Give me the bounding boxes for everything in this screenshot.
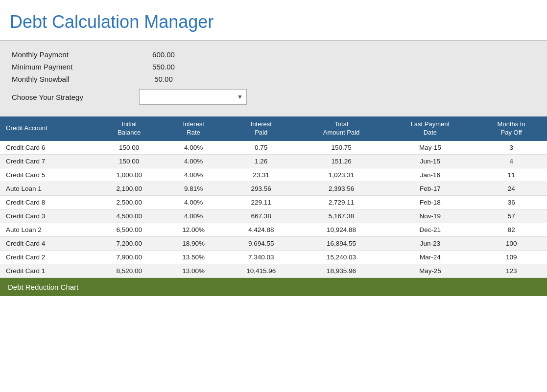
table-row: Credit Card 7150.004.00%1.26151.26Jun-15… — [0, 154, 547, 168]
cell-interest-paid: 0.75 — [224, 141, 298, 155]
cell-total-amount-paid: 10,924.88 — [298, 223, 385, 236]
cell-months-to-pay-off: 24 — [476, 182, 547, 195]
cell-interest-paid: 9,694.55 — [224, 236, 298, 250]
page-title: Debt Calculation Manager — [0, 0, 547, 40]
cell-interest-rate: 13.00% — [163, 264, 224, 277]
table-row: Auto Loan 12,100.009.81%293.562,393.56Fe… — [0, 182, 547, 195]
cell-months-to-pay-off: 4 — [476, 154, 547, 168]
cell-interest-rate: 4.00% — [163, 168, 224, 182]
cell-interest-rate: 18.90% — [163, 236, 224, 250]
cell-total-amount-paid: 151.26 — [298, 154, 385, 168]
cell-initial-balance: 8,520.00 — [95, 264, 163, 277]
cell-months-to-pay-off: 3 — [476, 141, 547, 155]
cell-account: Credit Card 3 — [0, 209, 95, 223]
minimum-payment-value: 550.00 — [139, 63, 188, 71]
monthly-payment-row: Monthly Payment 600.00 — [12, 48, 535, 61]
debt-table: Credit Account Initial Balance Interest … — [0, 116, 547, 278]
table-section: Credit Account Initial Balance Interest … — [0, 116, 547, 278]
monthly-snowball-value: 50.00 — [139, 75, 188, 83]
cell-last-payment-date: Jan-16 — [384, 168, 476, 182]
cell-interest-paid: 667.38 — [224, 209, 298, 223]
col-interest-paid: Interest Paid — [224, 116, 298, 141]
table-row: Credit Card 6150.004.00%0.75150.75May-15… — [0, 141, 547, 155]
cell-months-to-pay-off: 57 — [476, 209, 547, 223]
table-header-row: Credit Account Initial Balance Interest … — [0, 116, 547, 141]
cell-account: Auto Loan 1 — [0, 182, 95, 195]
cell-interest-rate: 4.00% — [163, 154, 224, 168]
strategy-select-wrapper: Avalanche Snowball ▼ — [139, 89, 247, 105]
cell-last-payment-date: May-25 — [384, 264, 476, 277]
cell-interest-rate: 12.00% — [163, 223, 224, 236]
cell-interest-rate: 4.00% — [163, 209, 224, 223]
cell-months-to-pay-off: 36 — [476, 195, 547, 209]
cell-interest-rate: 4.00% — [163, 141, 224, 155]
col-months: Months to Pay Off — [476, 116, 547, 141]
cell-total-amount-paid: 16,894.55 — [298, 236, 385, 250]
cell-interest-paid: 229.11 — [224, 195, 298, 209]
cell-interest-paid: 10,415.96 — [224, 264, 298, 277]
table-row: Credit Card 51,000.004.00%23.311,023.31J… — [0, 168, 547, 182]
minimum-payment-label: Minimum Payment — [12, 63, 139, 71]
col-account: Credit Account — [0, 116, 95, 141]
cell-initial-balance: 2,100.00 — [95, 182, 163, 195]
footer-bar: Debt Reduction Chart — [0, 278, 547, 296]
cell-total-amount-paid: 5,167.38 — [298, 209, 385, 223]
col-interest-rate: Interest Rate — [163, 116, 224, 141]
cell-interest-paid: 4,424.88 — [224, 223, 298, 236]
strategy-row: Choose Your Strategy Avalanche Snowball … — [12, 85, 535, 107]
cell-initial-balance: 7,200.00 — [95, 236, 163, 250]
col-last-payment: Last Payment Date — [384, 116, 476, 141]
cell-account: Credit Card 7 — [0, 154, 95, 168]
cell-months-to-pay-off: 82 — [476, 223, 547, 236]
cell-months-to-pay-off: 11 — [476, 168, 547, 182]
cell-account: Credit Card 2 — [0, 250, 95, 264]
cell-months-to-pay-off: 100 — [476, 236, 547, 250]
table-row: Credit Card 47,200.0018.90%9,694.5516,89… — [0, 236, 547, 250]
cell-interest-paid: 1.26 — [224, 154, 298, 168]
cell-total-amount-paid: 2,393.56 — [298, 182, 385, 195]
strategy-select[interactable]: Avalanche Snowball — [139, 89, 247, 105]
strategy-label: Choose Your Strategy — [12, 93, 139, 101]
cell-total-amount-paid: 15,240.03 — [298, 250, 385, 264]
cell-interest-rate: 4.00% — [163, 195, 224, 209]
cell-last-payment-date: Nov-19 — [384, 209, 476, 223]
monthly-payment-value: 600.00 — [139, 50, 188, 59]
table-row: Credit Card 27,900.0013.50%7,340.0315,24… — [0, 250, 547, 264]
cell-last-payment-date: Feb-17 — [384, 182, 476, 195]
table-row: Credit Card 82,500.004.00%229.112,729.11… — [0, 195, 547, 209]
table-row: Auto Loan 26,500.0012.00%4,424.8810,924.… — [0, 223, 547, 236]
cell-last-payment-date: Jun-15 — [384, 154, 476, 168]
cell-months-to-pay-off: 123 — [476, 264, 547, 277]
table-row: Credit Card 18,520.0013.00%10,415.9618,9… — [0, 264, 547, 277]
monthly-snowball-label: Monthly Snowball — [12, 75, 139, 83]
cell-account: Credit Card 8 — [0, 195, 95, 209]
cell-account: Credit Card 6 — [0, 141, 95, 155]
table-row: Credit Card 34,500.004.00%667.385,167.38… — [0, 209, 547, 223]
cell-initial-balance: 150.00 — [95, 141, 163, 155]
cell-interest-rate: 13.50% — [163, 250, 224, 264]
cell-total-amount-paid: 2,729.11 — [298, 195, 385, 209]
cell-account: Credit Card 5 — [0, 168, 95, 182]
col-total-amount: Total Amount Paid — [298, 116, 385, 141]
cell-interest-paid: 7,340.03 — [224, 250, 298, 264]
cell-account: Credit Card 4 — [0, 236, 95, 250]
cell-initial-balance: 4,500.00 — [95, 209, 163, 223]
cell-initial-balance: 7,900.00 — [95, 250, 163, 264]
cell-interest-paid: 293.56 — [224, 182, 298, 195]
cell-last-payment-date: May-15 — [384, 141, 476, 155]
cell-initial-balance: 150.00 — [95, 154, 163, 168]
cell-months-to-pay-off: 109 — [476, 250, 547, 264]
monthly-snowball-row: Monthly Snowball 50.00 — [12, 73, 535, 85]
cell-interest-rate: 9.81% — [163, 182, 224, 195]
cell-account: Auto Loan 2 — [0, 223, 95, 236]
cell-initial-balance: 6,500.00 — [95, 223, 163, 236]
cell-interest-paid: 23.31 — [224, 168, 298, 182]
cell-last-payment-date: Jun-23 — [384, 236, 476, 250]
cell-account: Credit Card 1 — [0, 264, 95, 277]
col-initial-balance: Initial Balance — [95, 116, 163, 141]
cell-initial-balance: 1,000.00 — [95, 168, 163, 182]
monthly-payment-label: Monthly Payment — [12, 50, 139, 59]
cell-last-payment-date: Feb-18 — [384, 195, 476, 209]
cell-initial-balance: 2,500.00 — [95, 195, 163, 209]
cell-total-amount-paid: 18,935.96 — [298, 264, 385, 277]
